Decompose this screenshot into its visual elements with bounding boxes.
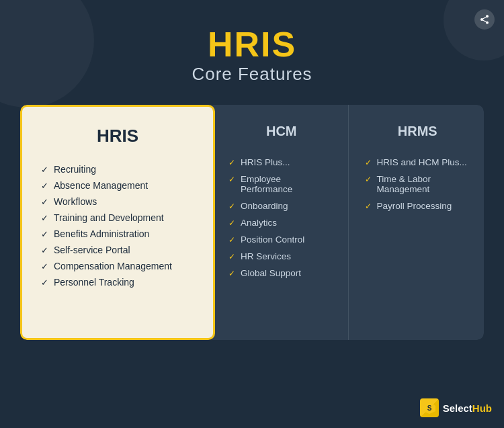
checkmark-icon: ✓ [365, 175, 372, 184]
list-item: ✓Position Control [228, 231, 335, 248]
checkmark-icon: ✓ [365, 202, 372, 211]
list-item: ✓HRIS and HCM Plus... [365, 154, 471, 171]
feature-label: Payroll Processing [377, 201, 452, 211]
feature-label: Training and Development [54, 212, 164, 223]
feature-label: Employee Performance [241, 174, 335, 194]
selecthub-logo: S SelectHub [420, 398, 492, 417]
checkmark-icon: ✓ [228, 175, 235, 184]
feature-label: Time & Labor Management [377, 174, 471, 194]
list-item: ✓Self-service Portal [41, 242, 194, 258]
selecthub-icon: S [420, 398, 439, 417]
checkmark-icon: ✓ [228, 252, 235, 261]
list-item: ✓Compensation Management [41, 258, 194, 274]
list-item: ✓Time & Labor Management [365, 171, 471, 198]
feature-label: Benefits Administration [54, 228, 149, 239]
svg-text:S: S [427, 404, 431, 412]
checkmark-icon: ✓ [365, 158, 372, 167]
selecthub-text: SelectHub [443, 402, 492, 414]
list-item: ✓Recruiting [41, 161, 194, 177]
feature-cards: HRIS ✓Recruiting✓Absence Management✓Work… [20, 105, 484, 340]
list-item: ✓HRIS Plus... [228, 154, 335, 171]
list-item: ✓Payroll Processing [365, 198, 471, 214]
hcm-card: HCM ✓HRIS Plus...✓Employee Performance✓O… [212, 105, 349, 340]
list-item: ✓HR Services [228, 248, 335, 265]
feature-label: Workflows [54, 196, 97, 207]
share-icon [479, 14, 490, 25]
checkmark-icon: ✓ [228, 235, 235, 245]
feature-label: Recruiting [54, 164, 96, 175]
checkmark-icon: ✓ [228, 202, 235, 211]
list-item: ✓Benefits Administration [41, 226, 194, 242]
list-item: ✓Personnel Tracking [41, 274, 194, 290]
feature-label: Compensation Management [54, 261, 172, 271]
feature-label: HR Services [241, 251, 291, 261]
list-item: ✓Employee Performance [228, 171, 335, 198]
checkmark-icon: ✓ [41, 197, 48, 207]
checkmark-icon: ✓ [228, 269, 235, 278]
checkmark-icon: ✓ [41, 165, 48, 175]
list-item: ✓Workflows [41, 194, 194, 210]
selecthub-text-accent: Hub [472, 402, 492, 414]
hcm-feature-list: ✓HRIS Plus...✓Employee Performance✓Onboa… [228, 154, 335, 282]
feature-label: Analytics [241, 218, 277, 228]
hris-card-title: HRIS [41, 126, 194, 146]
checkmark-icon: ✓ [41, 277, 48, 288]
feature-label: HRIS and HCM Plus... [377, 157, 467, 167]
share-button[interactable] [474, 9, 495, 30]
list-item: ✓Onboarding [228, 198, 335, 214]
hrms-card: HRMS ✓HRIS and HCM Plus...✓Time & Labor … [349, 105, 485, 340]
checkmark-icon: ✓ [41, 181, 48, 191]
list-item: ✓Global Support [228, 265, 335, 282]
hcm-card-title: HCM [228, 124, 335, 139]
feature-label: Position Control [241, 234, 304, 245]
checkmark-icon: ✓ [41, 245, 48, 255]
feature-label: Personnel Tracking [54, 277, 134, 288]
hris-feature-list: ✓Recruiting✓Absence Management✓Workflows… [41, 161, 194, 290]
selecthub-logo-icon: S [422, 400, 437, 415]
right-panel: HCM ✓HRIS Plus...✓Employee Performance✓O… [212, 105, 484, 340]
feature-label: Global Support [241, 268, 301, 278]
checkmark-icon: ✓ [41, 261, 48, 271]
checkmark-icon: ✓ [41, 229, 48, 239]
feature-label: HRIS Plus... [241, 157, 290, 167]
hris-card: HRIS ✓Recruiting✓Absence Management✓Work… [20, 105, 215, 340]
checkmark-icon: ✓ [41, 213, 48, 223]
list-item: ✓Training and Development [41, 210, 194, 226]
list-item: ✓Analytics [228, 214, 335, 231]
feature-label: Self-service Portal [54, 245, 130, 255]
checkmark-icon: ✓ [228, 218, 235, 228]
feature-label: Onboarding [241, 201, 288, 211]
checkmark-icon: ✓ [228, 158, 235, 167]
feature-label: Absence Management [54, 180, 148, 191]
hrms-card-title: HRMS [365, 124, 471, 139]
hrms-feature-list: ✓HRIS and HCM Plus...✓Time & Labor Manag… [365, 154, 471, 214]
list-item: ✓Absence Management [41, 177, 194, 194]
